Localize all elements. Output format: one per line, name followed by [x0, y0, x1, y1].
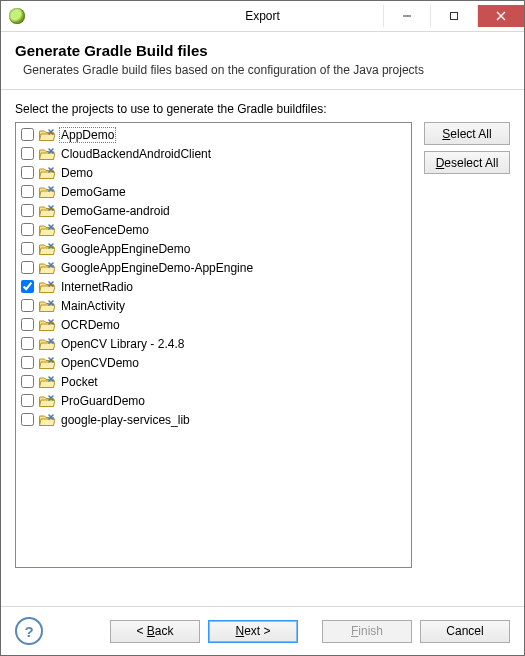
list-item[interactable]: CloudBackendAndroidClient [18, 144, 409, 163]
svg-point-15 [50, 378, 52, 380]
page-description: Generates Gradle build files based on th… [23, 63, 510, 77]
maximize-button[interactable] [430, 5, 477, 27]
svg-point-17 [50, 416, 52, 418]
project-checkbox[interactable] [21, 280, 34, 293]
project-folder-icon [39, 337, 55, 351]
project-folder-icon [39, 318, 55, 332]
list-item[interactable]: AppDemo [18, 125, 409, 144]
window-controls [383, 5, 524, 27]
project-folder-icon [39, 204, 55, 218]
project-name: AppDemo [59, 127, 116, 143]
project-name: GoogleAppEngineDemo-AppEngine [59, 261, 255, 275]
project-name: CloudBackendAndroidClient [59, 147, 213, 161]
project-name: InternetRadio [59, 280, 135, 294]
side-buttons: Select All Deselect All [424, 122, 510, 606]
close-icon [496, 11, 506, 21]
project-folder-icon [39, 261, 55, 275]
list-item[interactable]: MainActivity [18, 296, 409, 315]
project-checkbox[interactable] [21, 166, 34, 179]
svg-point-8 [50, 245, 52, 247]
project-checkbox[interactable] [21, 356, 34, 369]
project-name: OpenCV Library - 2.4.8 [59, 337, 186, 351]
project-name: DemoGame-android [59, 204, 172, 218]
list-item[interactable]: InternetRadio [18, 277, 409, 296]
project-folder-icon [39, 394, 55, 408]
list-item[interactable]: DemoGame-android [18, 201, 409, 220]
project-name: MainActivity [59, 299, 127, 313]
project-folder-icon [39, 375, 55, 389]
project-name: OCRDemo [59, 318, 122, 332]
svg-point-16 [50, 397, 52, 399]
project-list[interactable]: AppDemoCloudBackendAndroidClientDemoDemo… [15, 122, 412, 568]
svg-point-9 [50, 264, 52, 266]
finish-button: Finish [322, 620, 412, 643]
list-item[interactable]: GoogleAppEngineDemo [18, 239, 409, 258]
project-checkbox[interactable] [21, 394, 34, 407]
title-bar: Export [1, 1, 524, 32]
project-checkbox[interactable] [21, 318, 34, 331]
project-name: Demo [59, 166, 95, 180]
close-button[interactable] [477, 5, 524, 27]
maximize-icon [449, 11, 459, 21]
project-name: OpenCVDemo [59, 356, 141, 370]
project-folder-icon [39, 299, 55, 313]
project-checkbox[interactable] [21, 337, 34, 350]
project-checkbox[interactable] [21, 242, 34, 255]
project-checkbox[interactable] [21, 223, 34, 236]
project-name: ProGuardDemo [59, 394, 147, 408]
project-folder-icon [39, 128, 55, 142]
project-folder-icon [39, 356, 55, 370]
body-row: AppDemoCloudBackendAndroidClientDemoDemo… [15, 122, 510, 606]
svg-rect-1 [451, 13, 458, 20]
prompt-label: Select the projects to use to generate t… [15, 102, 510, 116]
export-dialog: Export Generate Gradle Build files Gener… [0, 0, 525, 656]
list-item[interactable]: DemoGame [18, 182, 409, 201]
svg-point-7 [50, 226, 52, 228]
footer: ? < Back Next > Finish Cancel [1, 606, 524, 655]
deselect-all-button[interactable]: Deselect All [424, 151, 510, 174]
body: Select the projects to use to generate t… [1, 90, 524, 606]
back-button[interactable]: < Back [110, 620, 200, 643]
svg-point-3 [50, 150, 52, 152]
svg-point-4 [50, 169, 52, 171]
list-item[interactable]: OCRDemo [18, 315, 409, 334]
list-item[interactable]: Demo [18, 163, 409, 182]
list-item[interactable]: google-play-services_lib [18, 410, 409, 429]
svg-point-6 [50, 207, 52, 209]
list-item[interactable]: OpenCV Library - 2.4.8 [18, 334, 409, 353]
help-icon: ? [24, 623, 33, 640]
project-checkbox[interactable] [21, 128, 34, 141]
svg-point-11 [50, 302, 52, 304]
header: Generate Gradle Build files Generates Gr… [1, 32, 524, 90]
project-checkbox[interactable] [21, 413, 34, 426]
svg-point-10 [50, 283, 52, 285]
minimize-button[interactable] [383, 5, 430, 27]
list-item[interactable]: Pocket [18, 372, 409, 391]
select-all-button[interactable]: Select All [424, 122, 510, 145]
svg-point-12 [50, 321, 52, 323]
minimize-icon [402, 11, 412, 21]
project-checkbox[interactable] [21, 299, 34, 312]
project-folder-icon [39, 147, 55, 161]
page-title: Generate Gradle Build files [15, 42, 510, 59]
cancel-button[interactable]: Cancel [420, 620, 510, 643]
list-item[interactable]: OpenCVDemo [18, 353, 409, 372]
svg-point-13 [50, 340, 52, 342]
project-checkbox[interactable] [21, 261, 34, 274]
project-checkbox[interactable] [21, 204, 34, 217]
list-item[interactable]: GoogleAppEngineDemo-AppEngine [18, 258, 409, 277]
project-checkbox[interactable] [21, 185, 34, 198]
project-folder-icon [39, 280, 55, 294]
svg-point-5 [50, 188, 52, 190]
project-checkbox[interactable] [21, 147, 34, 160]
project-folder-icon [39, 242, 55, 256]
project-folder-icon [39, 413, 55, 427]
project-name: google-play-services_lib [59, 413, 192, 427]
next-button[interactable]: Next > [208, 620, 298, 643]
project-checkbox[interactable] [21, 375, 34, 388]
project-folder-icon [39, 166, 55, 180]
list-item[interactable]: GeoFenceDemo [18, 220, 409, 239]
help-button[interactable]: ? [15, 617, 43, 645]
list-item[interactable]: ProGuardDemo [18, 391, 409, 410]
project-name: GeoFenceDemo [59, 223, 151, 237]
